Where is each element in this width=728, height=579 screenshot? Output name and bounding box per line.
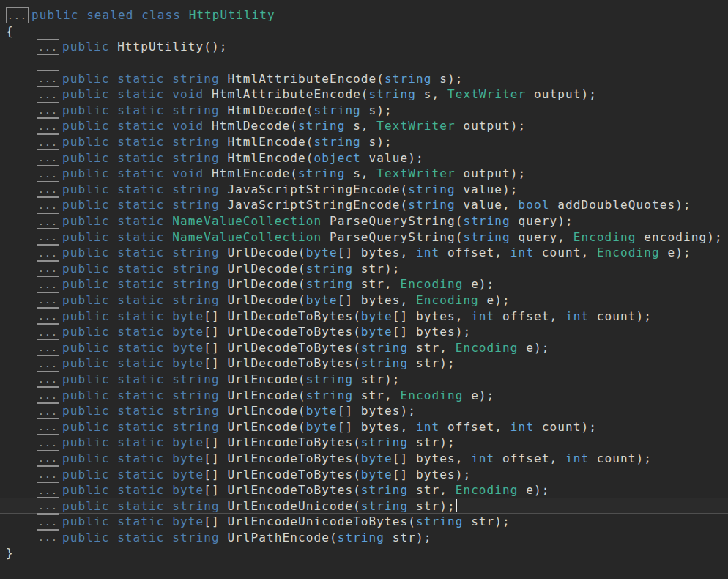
code-token: UrlEncode( — [227, 388, 305, 402]
fold-ellipsis-box[interactable]: ... — [37, 451, 59, 467]
code-token: UrlEncode( — [227, 372, 305, 386]
code-line[interactable]: ...public static byte[] UrlEncodeToBytes… — [0, 466, 728, 482]
code-token: int — [510, 246, 534, 259]
code-line[interactable]: } — [0, 545, 728, 561]
code-token: [] UrlEncodeUnicodeToBytes( — [204, 515, 416, 528]
code-token: value); — [456, 182, 519, 196]
fold-ellipsis-box[interactable]: ... — [37, 308, 59, 324]
code-token: HtmlEncode( — [227, 151, 313, 165]
code-line[interactable]: ...public static string UrlEncode(string… — [0, 372, 728, 388]
text-caret — [456, 499, 457, 512]
code-token: public static — [62, 230, 172, 244]
fold-ellipsis-box[interactable]: ... — [37, 103, 59, 119]
fold-ellipsis-box[interactable]: ... — [37, 498, 59, 514]
fold-ellipsis-box[interactable]: ... — [37, 118, 59, 134]
code-line[interactable]: ...public static void HtmlEncode(string … — [0, 166, 728, 182]
fold-ellipsis-box[interactable]: ... — [37, 229, 59, 245]
fold-ellipsis-box[interactable]: ... — [37, 166, 59, 182]
code-line[interactable]: ...public sealed class HttpUtility — [0, 7, 728, 23]
fold-ellipsis-box[interactable]: ... — [37, 292, 59, 309]
fold-ellipsis-box[interactable]: ... — [37, 435, 59, 451]
fold-ellipsis-box[interactable]: ... — [37, 355, 59, 372]
code-token: [] UrlDecodeToBytes( — [204, 309, 361, 323]
code-line[interactable]: ...public static string UrlEncode(string… — [0, 387, 728, 403]
fold-ellipsis-box[interactable]: ... — [37, 339, 59, 355]
code-line[interactable]: ...public static string UrlDecode(string… — [0, 276, 728, 292]
fold-ellipsis-box[interactable]: ... — [6, 7, 29, 23]
fold-ellipsis-box[interactable]: ... — [37, 514, 59, 530]
code-token: NameValueCollection — [172, 230, 322, 244]
fold-ellipsis-box[interactable]: ... — [37, 482, 59, 498]
fold-ellipsis-box[interactable]: ... — [37, 324, 59, 340]
fold-ellipsis-box[interactable]: ... — [37, 150, 59, 166]
code-line[interactable]: ...public static void HtmlDecode(string … — [0, 118, 728, 134]
code-token: public static string — [62, 293, 227, 307]
code-token: string — [306, 277, 353, 291]
fold-ellipsis-box[interactable]: ... — [37, 387, 59, 403]
code-line[interactable]: ...public static string UrlDecode(string… — [0, 261, 728, 277]
code-line[interactable]: ...public static string HtmlEncode(objec… — [0, 150, 728, 166]
code-token: output); — [526, 87, 597, 101]
code-token: public static byte — [62, 451, 204, 465]
code-line[interactable]: ...public static string UrlEncode(byte[]… — [0, 418, 728, 435]
code-token: e); — [519, 483, 550, 497]
code-line[interactable]: ...public static byte[] UrlDecodeToBytes… — [0, 355, 728, 372]
code-token: [] bytes); — [393, 468, 471, 482]
code-line[interactable]: ...public static string HtmlAttributeEnc… — [0, 70, 728, 86]
code-line[interactable]: ...public static string UrlEncode(byte[]… — [0, 403, 728, 419]
code-line[interactable]: ...public static string UrlDecode(byte[]… — [0, 245, 728, 261]
fold-ellipsis-box[interactable]: ... — [37, 530, 59, 546]
fold-ellipsis-box[interactable]: ... — [37, 39, 59, 55]
code-line[interactable]: ...public static string UrlDecode(byte[]… — [0, 292, 728, 309]
code-token: count, — [534, 246, 597, 259]
code-line-current[interactable]: ...public static string UrlEncodeUnicode… — [0, 498, 728, 514]
code-token: UrlDecode( — [227, 262, 305, 276]
code-token: s, — [416, 87, 447, 101]
fold-ellipsis-box[interactable]: ... — [37, 276, 59, 292]
code-line[interactable]: ...public static string HtmlDecode(strin… — [0, 103, 728, 119]
code-editor[interactable]: ...public sealed class HttpUtility{...pu… — [0, 0, 728, 579]
fold-ellipsis-box[interactable]: ... — [37, 245, 59, 261]
code-token: Encoding — [456, 483, 519, 497]
code-line[interactable]: ...public static string UrlPathEncode(st… — [0, 530, 728, 546]
fold-ellipsis-box[interactable]: ... — [37, 261, 59, 277]
code-line[interactable]: ...public static byte[] UrlEncodeToBytes… — [0, 435, 728, 451]
code-line[interactable]: ...public static byte[] UrlEncodeToBytes… — [0, 482, 728, 498]
code-line[interactable]: ...public static NameValueCollection Par… — [0, 213, 728, 229]
code-line[interactable]: ...public static NameValueCollection Par… — [0, 229, 728, 245]
code-line[interactable]: ...public HttpUtility(); — [0, 39, 728, 55]
code-line[interactable]: ...public static byte[] UrlDecodeToBytes… — [0, 308, 728, 324]
code-line[interactable]: ...public static string JavaScriptString… — [0, 197, 728, 213]
code-token: Encoding — [573, 230, 636, 244]
fold-ellipsis-box[interactable]: ... — [37, 86, 59, 103]
code-token: [] UrlDecodeToBytes( — [204, 341, 361, 355]
fold-ellipsis-box[interactable]: ... — [37, 466, 59, 482]
code-token: s); — [361, 135, 393, 149]
code-line[interactable]: ...public static byte[] UrlEncodeUnicode… — [0, 514, 728, 530]
fold-ellipsis-box[interactable]: ... — [37, 372, 59, 388]
fold-ellipsis-box[interactable]: ... — [37, 134, 59, 150]
code-token: ParseQueryString( — [322, 230, 463, 244]
code-line[interactable]: ...public static byte[] UrlDecodeToBytes… — [0, 339, 728, 355]
code-token: addDoubleQuotes); — [549, 198, 691, 212]
code-token: HtmlEncode( — [212, 166, 298, 180]
fold-ellipsis-box[interactable]: ... — [37, 70, 59, 86]
fold-ellipsis-box[interactable]: ... — [37, 182, 59, 198]
code-line[interactable]: ...public static string HtmlEncode(strin… — [0, 134, 728, 150]
code-token: byte — [361, 451, 393, 465]
code-line[interactable]: ...public static void HtmlAttributeEncod… — [0, 86, 728, 103]
fold-ellipsis-box[interactable]: ... — [37, 213, 59, 229]
fold-ellipsis-box[interactable]: ... — [37, 403, 59, 419]
code-line[interactable]: ...public static byte[] UrlDecodeToBytes… — [0, 324, 728, 340]
fold-ellipsis-box[interactable]: ... — [37, 418, 59, 435]
code-token: str); — [408, 499, 455, 513]
fold-ellipsis-box[interactable]: ... — [37, 197, 59, 213]
code-line[interactable]: { — [0, 23, 728, 40]
code-line[interactable]: ...public static byte[] UrlEncodeToBytes… — [0, 451, 728, 467]
code-token: count); — [589, 309, 652, 323]
code-line[interactable] — [0, 55, 728, 71]
code-line[interactable]: ...public static string JavaScriptString… — [0, 182, 728, 198]
code-token: public static byte — [62, 483, 204, 497]
code-token: TextWriter — [447, 87, 526, 101]
code-token: Encoding — [401, 388, 464, 402]
